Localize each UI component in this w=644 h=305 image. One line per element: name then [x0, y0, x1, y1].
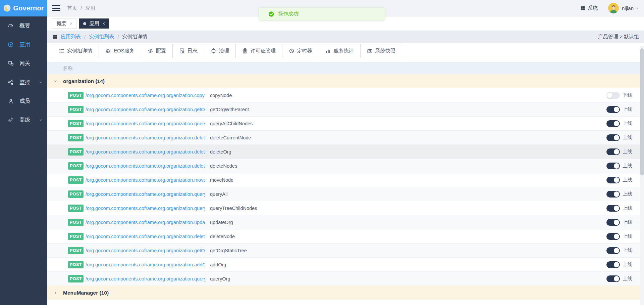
detail-tab-bar: 实例组详情EOS服务配置日志治理许可证管理定时器服务统计系统快照: [52, 44, 639, 58]
chevron-down-icon[interactable]: [53, 79, 58, 84]
method-badge: POST: [68, 134, 84, 141]
method-badge: POST: [68, 120, 84, 127]
governor-app: Governor 首页 / 应用 系统 nijian 当前系统：产品管理 概要: [0, 0, 644, 305]
chevron-down-icon: [39, 118, 43, 122]
service-path-link[interactable]: /org.gocom.components.coframe.org.organi…: [86, 163, 205, 169]
header-right: 系统 nijian: [580, 3, 644, 13]
status-toggle[interactable]: [606, 275, 620, 282]
tab-日志[interactable]: 日志: [173, 44, 204, 58]
breadcrumb-link-app-list[interactable]: 应用列表: [61, 34, 81, 40]
menu-toggle-icon[interactable]: [52, 5, 60, 11]
tab-配置[interactable]: 配置: [141, 44, 173, 58]
method-badge: POST: [68, 106, 84, 113]
status-toggle[interactable]: [606, 148, 620, 155]
status-toggle[interactable]: [606, 120, 620, 127]
status-toggle[interactable]: [606, 163, 620, 169]
service-status: 上线: [606, 233, 640, 240]
status-toggle[interactable]: [606, 247, 620, 254]
system-menu[interactable]: 系统: [580, 5, 598, 11]
sidebar-item-label: 高级: [19, 117, 30, 124]
tab-定时器[interactable]: 定时器: [282, 44, 319, 58]
group-name: organization (14): [63, 78, 105, 84]
close-icon[interactable]: ×: [102, 21, 105, 26]
user-menu[interactable]: nijian: [622, 5, 639, 11]
service-path-link[interactable]: /org.gocom.components.coframe.org.organi…: [86, 220, 205, 225]
context-label: 产品管理 > 默认组: [598, 34, 639, 40]
method-badge: POST: [68, 219, 84, 226]
sidebar-item-网关[interactable]: 网关: [0, 54, 47, 73]
sidebar-item-概要[interactable]: 概要: [0, 16, 47, 35]
header-breadcrumb: 首页 / 应用: [67, 5, 95, 11]
logo-swirl-icon: [3, 4, 11, 12]
tab-label: 系统快照: [375, 48, 395, 54]
page-breadcrumb: 应用列表 / 实例组列表 / 实例组详情 产品管理 > 默认组: [47, 31, 644, 43]
status-toggle[interactable]: [606, 134, 620, 141]
tab-系统快照[interactable]: 系统快照: [361, 44, 402, 58]
status-toggle[interactable]: [606, 106, 620, 113]
service-path-link[interactable]: /org.gocom.components.coframe.org.organi…: [86, 107, 205, 112]
service-name: getOrgStaticTree: [210, 248, 606, 253]
workspace-tab-label: 概要: [57, 20, 67, 27]
status-toggle[interactable]: [606, 191, 620, 198]
avatar[interactable]: [608, 3, 619, 13]
breadcrumb-separator: /: [80, 5, 82, 11]
tab-实例组详情[interactable]: 实例组详情: [52, 44, 99, 58]
service-path-link[interactable]: /org.gocom.components.coframe.org.organi…: [86, 191, 205, 197]
status-toggle[interactable]: [606, 177, 620, 183]
app-logo[interactable]: Governor: [0, 0, 47, 16]
scrollbar-thumb[interactable]: [640, 48, 644, 175]
method-badge: POST: [68, 261, 84, 268]
close-icon[interactable]: ×: [70, 21, 72, 26]
status-toggle[interactable]: [606, 261, 620, 268]
service-path-link[interactable]: /org.gocom.components.coframe.org.organi…: [86, 248, 205, 253]
service-row-getOrgWithParent: POST/org.gocom.components.coframe.org.or…: [47, 102, 640, 117]
service-path-link[interactable]: /org.gocom.components.coframe.org.organi…: [86, 149, 205, 155]
status-toggle[interactable]: [606, 92, 620, 99]
tab-EOS服务[interactable]: EOS服务: [99, 44, 141, 58]
tab-label: 配置: [156, 48, 166, 54]
status-toggle[interactable]: [606, 233, 620, 240]
sidebar-item-成员[interactable]: 成员: [0, 92, 47, 111]
service-path-link[interactable]: /org.gocom.components.coframe.org.organi…: [86, 177, 205, 183]
service-row-deleteNodes: POST/org.gocom.components.coframe.org.or…: [47, 159, 640, 173]
tab-label: 日志: [187, 48, 198, 54]
status-toggle[interactable]: [606, 205, 620, 212]
service-path-link[interactable]: /org.gocom.components.coframe.org.organi…: [86, 234, 205, 239]
method-badge: POST: [68, 205, 84, 212]
group-row-MenuManager[interactable]: MenuManager (10): [47, 286, 640, 300]
tab-服务统计[interactable]: 服务统计: [319, 44, 361, 58]
breadcrumb-separator: /: [117, 34, 119, 40]
service-name: deleteOrg: [210, 149, 606, 155]
method-badge: POST: [68, 176, 84, 184]
workspace-tab-概要[interactable]: 概要×: [53, 18, 76, 29]
dashboard-icon: [8, 23, 14, 29]
sidebar-item-label: 监控: [19, 79, 30, 86]
workspace-tab-应用[interactable]: 应用×: [79, 18, 109, 29]
group-row-organization[interactable]: organization (14): [47, 74, 640, 88]
status-toggle[interactable]: [606, 219, 620, 226]
sidebar-item-应用[interactable]: 应用: [0, 35, 47, 54]
toggle-knob: [614, 135, 619, 140]
service-name: copyNode: [210, 93, 606, 98]
service-path-link[interactable]: /org.gocom.components.coframe.org.organi…: [86, 121, 205, 126]
service-path-link[interactable]: /org.gocom.components.coframe.org.organi…: [86, 135, 205, 140]
service-path-link[interactable]: /org.gocom.components.coframe.org.organi…: [86, 262, 205, 267]
tab-治理[interactable]: 治理: [204, 44, 236, 58]
service-path-link[interactable]: /org.gocom.components.coframe.org.organi…: [86, 93, 205, 98]
tab-许可证管理[interactable]: 许可证管理: [236, 44, 282, 58]
sidebar-item-高级[interactable]: 高级: [0, 111, 47, 129]
service-name: queryOrg: [210, 276, 606, 281]
grid-icon: [52, 34, 57, 39]
service-path-link[interactable]: /org.gocom.components.coframe.org.organi…: [86, 276, 205, 281]
service-path-link[interactable]: /org.gocom.components.coframe.org.organi…: [86, 206, 205, 211]
chevron-right-icon[interactable]: [53, 291, 58, 295]
service-row-getOrgStaticTree: POST/org.gocom.components.coframe.org.or…: [47, 244, 640, 258]
sidebar-item-监控[interactable]: 监控: [0, 73, 47, 92]
service-status: 上线: [606, 205, 640, 212]
breadcrumb-link-instance-group-list[interactable]: 实例组列表: [89, 34, 114, 40]
toggle-knob: [614, 107, 619, 112]
service-status: 上线: [606, 219, 640, 226]
header-breadcrumb-home[interactable]: 首页: [67, 5, 77, 11]
status-label: 上线: [623, 148, 632, 155]
vertical-scrollbar[interactable]: [640, 46, 644, 305]
